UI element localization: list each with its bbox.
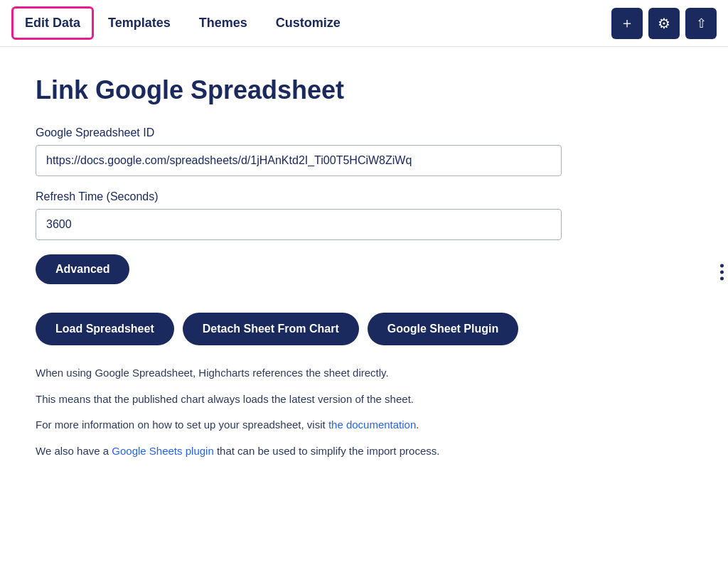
export-button[interactable]: ⇧ [685,8,717,39]
info-text-4-after: that can be used to simplify the import … [214,445,440,457]
navbar: Edit Data Templates Themes Customize ＋ ⚙… [0,0,728,47]
side-handle-dot-2 [720,271,724,274]
documentation-link[interactable]: the documentation [328,418,416,431]
info-text-3-before: For more information on how to set up yo… [36,418,328,431]
google-sheets-plugin-link[interactable]: Google Sheets plugin [112,445,213,457]
nav-themes[interactable]: Themes [185,7,262,39]
settings-button[interactable]: ⚙ [648,8,680,39]
side-handle[interactable] [716,256,728,289]
info-text-4-before: We also have a [36,445,112,457]
info-text-3: For more information on how to set up yo… [36,417,692,433]
info-text-3-after: . [416,418,419,431]
refresh-time-label: Refresh Time (Seconds) [36,190,692,203]
side-handle-dot-3 [720,277,724,281]
info-text-1: When using Google Spreadsheet, Highchart… [36,365,692,382]
main-content: Link Google Spreadsheet Google Spreadshe… [0,47,728,497]
nav-customize[interactable]: Customize [262,7,355,39]
page-title: Link Google Spreadsheet [36,75,692,105]
gear-icon: ⚙ [658,15,670,32]
refresh-time-input[interactable] [36,209,562,240]
plus-icon: ＋ [620,14,634,33]
info-text-4: We also have a Google Sheets plugin that… [36,443,692,460]
action-buttons: Load Spreadsheet Detach Sheet From Chart… [36,313,692,345]
load-spreadsheet-button[interactable]: Load Spreadsheet [36,313,174,345]
add-button[interactable]: ＋ [611,8,643,39]
nav-templates[interactable]: Templates [94,7,185,39]
detach-sheet-button[interactable]: Detach Sheet From Chart [183,313,359,345]
spreadsheet-id-input[interactable] [36,145,562,176]
upload-icon: ⇧ [696,16,707,31]
advanced-button[interactable]: Advanced [36,254,129,284]
google-sheet-plugin-button[interactable]: Google Sheet Plugin [368,313,518,345]
side-handle-dot-1 [720,264,724,268]
info-text-2: This means that the published chart alwa… [36,392,692,408]
spreadsheet-id-label: Google Spreadsheet ID [36,126,692,139]
nav-edit-data[interactable]: Edit Data [11,6,94,40]
